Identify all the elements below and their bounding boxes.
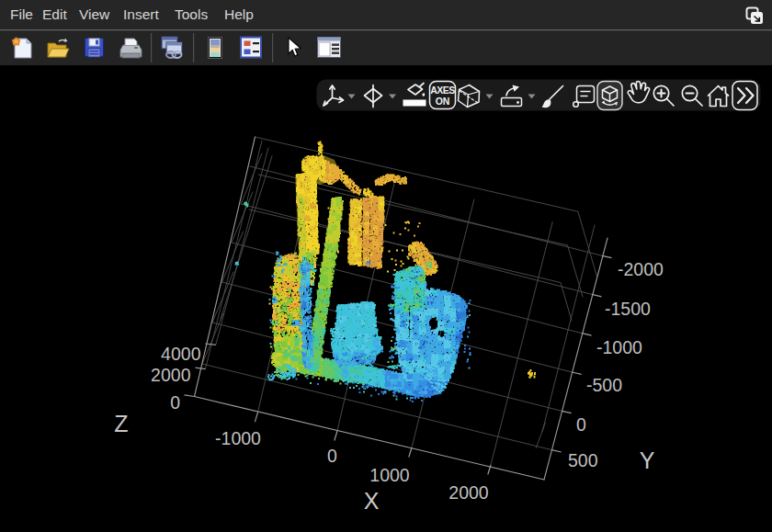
svg-text:-1500: -1500 <box>605 299 651 319</box>
svg-text:Edit: Edit <box>42 6 67 22</box>
svg-text:Insert: Insert <box>123 6 159 22</box>
svg-text:View: View <box>79 6 110 22</box>
svg-text:Tools: Tools <box>175 6 208 22</box>
svg-text:2000: 2000 <box>151 365 191 385</box>
svg-text:ON: ON <box>436 96 450 107</box>
svg-text:-500: -500 <box>586 375 622 395</box>
svg-text:500: 500 <box>568 450 598 470</box>
svg-text:0: 0 <box>170 392 180 413</box>
svg-text:1000: 1000 <box>369 465 410 485</box>
svg-text:File: File <box>10 6 33 22</box>
svg-text:Z: Z <box>114 411 128 436</box>
svg-text:0: 0 <box>327 446 337 466</box>
svg-text:0: 0 <box>576 414 586 435</box>
svg-text:-2000: -2000 <box>618 259 664 279</box>
svg-text:Y: Y <box>640 447 655 473</box>
svg-text:-1000: -1000 <box>215 428 261 448</box>
svg-text:-1000: -1000 <box>596 337 642 357</box>
svg-text:X: X <box>364 488 380 514</box>
svg-text:AXES: AXES <box>430 85 455 96</box>
svg-text:4000: 4000 <box>161 344 201 364</box>
svg-text:Help: Help <box>224 6 254 22</box>
svg-text:2000: 2000 <box>448 482 489 503</box>
